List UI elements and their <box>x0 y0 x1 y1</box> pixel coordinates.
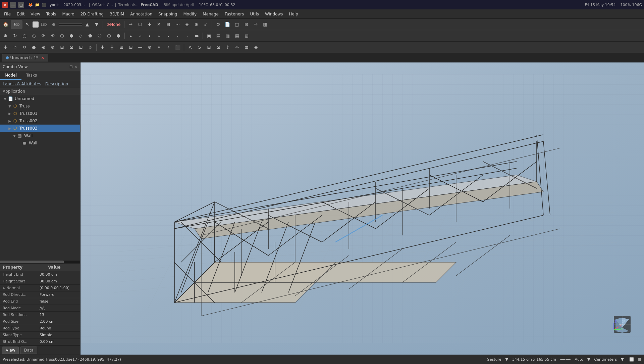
prop-rod-sections-value[interactable]: 13 <box>37 312 80 318</box>
menu-3d-bim[interactable]: 3D/BIM <box>107 11 127 17</box>
tb3-icon-4[interactable]: ● <box>30 43 38 52</box>
menu-file[interactable]: File <box>1 11 13 17</box>
tb3-icon-1[interactable]: ✚ <box>1 43 10 52</box>
color-btn[interactable] <box>33 21 39 28</box>
view-top-btn[interactable]: Top <box>11 20 22 29</box>
combo-float-icon[interactable]: ⊟ <box>69 64 73 69</box>
prop-slant-type-value[interactable]: Simple <box>37 332 80 338</box>
line-width-btn[interactable]: 1px <box>39 20 49 29</box>
tree-item-truss[interactable]: ▼ ⬡ Truss <box>0 102 80 110</box>
tb3-icon-24[interactable]: ↕ <box>223 43 232 52</box>
no-snap-btn[interactable]: ⊘ None <box>105 20 122 29</box>
tb2-icon-10[interactable]: ⬟ <box>86 32 95 40</box>
tb3-icon-3[interactable]: ↻ <box>20 43 29 52</box>
tb3-icon-23[interactable]: ⊠ <box>214 43 223 52</box>
tb2-icon-17[interactable]: ⬨ <box>155 32 163 40</box>
tb3-icon-12[interactable]: ╋ <box>108 43 116 52</box>
prop-rod-type-value[interactable]: Round <box>37 325 80 332</box>
tb-icon-6[interactable]: ◈ <box>182 20 191 29</box>
tree-item-truss002[interactable]: ▶ ⬡ Truss002 <box>0 117 80 125</box>
h-scrollbar[interactable] <box>0 261 80 263</box>
expand-icon-wall1[interactable]: ▼ <box>12 134 17 138</box>
tb-icon-7[interactable]: ⊕ <box>192 20 201 29</box>
tb2-icon-24[interactable]: ▥ <box>223 32 232 40</box>
tb3-icon-21[interactable]: S <box>195 43 204 52</box>
point-btn[interactable]: ● <box>49 20 58 29</box>
menu-fasteners[interactable]: Fasteners <box>222 11 247 17</box>
down-arrow[interactable]: ▼ <box>92 20 101 29</box>
description-link[interactable]: Description <box>45 82 68 86</box>
tb2-icon-2[interactable]: ↻ <box>11 32 19 40</box>
tb-icon-4[interactable]: ⊞ <box>164 20 172 29</box>
expand-icon-truss[interactable]: ▼ <box>7 104 12 108</box>
nav-dropdown[interactable]: ▼ <box>587 357 590 362</box>
menu-2d-drafting[interactable]: 2D Drafting <box>78 11 107 17</box>
tab-model[interactable]: Model <box>0 71 21 80</box>
gesture-dropdown[interactable]: ▼ <box>505 357 508 362</box>
prop-strut-end-value[interactable]: 0.00 cm <box>37 338 80 345</box>
menu-windows[interactable]: Windows <box>262 11 286 17</box>
tree-item-truss001[interactable]: ▶ ⬡ Truss001 <box>0 110 80 117</box>
tb2-icon-11[interactable]: ⬠ <box>95 32 104 40</box>
menu-macro[interactable]: Macro <box>59 11 77 17</box>
tb-icon-1[interactable]: ⬡ <box>136 20 144 29</box>
prop-height-start-value[interactable]: 30.00 cm <box>37 278 80 285</box>
tb3-icon-25[interactable]: ↔ <box>233 43 241 52</box>
close-btn[interactable]: × <box>2 2 8 8</box>
menu-utils[interactable]: Utils <box>248 11 262 17</box>
tb2-icon-22[interactable]: ▣ <box>205 32 213 40</box>
tb-icon-5[interactable]: ⋯ <box>173 20 182 29</box>
tb3-icon-8[interactable]: ⊠ <box>67 43 76 52</box>
menu-edit[interactable]: Edit <box>14 11 27 17</box>
prop-height-end-value[interactable]: 30.00 cm <box>37 271 80 278</box>
tb2-icon-18[interactable]: ⬩ <box>164 32 173 40</box>
up-arrow[interactable]: ▲ <box>83 20 92 29</box>
menu-snapping[interactable]: Snapping <box>156 11 180 17</box>
tb2-icon-14[interactable]: ⬥ <box>126 32 135 40</box>
tb3-icon-15[interactable]: — <box>136 43 145 52</box>
prop-rod-mode-value[interactable]: /\/\ <box>37 305 80 312</box>
tb3-icon-7[interactable]: ⊞ <box>58 43 66 52</box>
menu-modify[interactable]: Modify <box>180 11 199 17</box>
tree-item-wall2[interactable]: ▦ Wall <box>0 139 80 147</box>
menu-help[interactable]: Help <box>286 11 301 17</box>
normal-expand-icon[interactable]: ▶ <box>3 286 5 290</box>
tb2-icon-1[interactable]: ✱ <box>1 32 10 40</box>
tb2-icon-15[interactable]: ⬦ <box>136 32 145 40</box>
min-btn[interactable]: — <box>10 2 16 8</box>
tb2-icon-3[interactable]: ○ <box>20 32 29 40</box>
tb-icon-11[interactable]: □ <box>232 20 241 29</box>
value-input[interactable] <box>59 24 82 26</box>
tb3-icon-27[interactable]: ◈ <box>252 43 260 52</box>
expand-icon-unnamed[interactable]: ▼ <box>3 97 7 101</box>
tb2-icon-5[interactable]: ⟳ <box>39 32 48 40</box>
tb2-icon-13[interactable]: ⬢ <box>114 32 123 40</box>
tb3-icon-26[interactable]: ▦ <box>242 43 251 52</box>
file-tab-close[interactable]: × <box>41 55 45 60</box>
gesture-label[interactable]: Gesture <box>487 357 501 362</box>
tree-item-unnamed[interactable]: ▼ 📄 Unnamed <box>0 95 80 102</box>
tb3-icon-20[interactable]: A <box>186 43 195 52</box>
tb-icon-10[interactable]: 📄 <box>223 20 232 29</box>
tb3-icon-22[interactable]: ⊞ <box>205 43 213 52</box>
tb2-icon-12[interactable]: ⬡ <box>105 32 113 40</box>
tb2-icon-7[interactable]: ⬡ <box>58 32 66 40</box>
tb2-icon-19[interactable]: ⬪ <box>173 32 182 40</box>
max-btn[interactable]: □ <box>18 2 24 8</box>
expand-icon-truss003[interactable]: ▶ <box>7 127 12 130</box>
tb3-icon-19[interactable]: ⬛ <box>173 43 182 52</box>
tb3-icon-17[interactable]: ✦ <box>155 43 163 52</box>
view-icon[interactable]: ⬜ <box>629 357 634 362</box>
tb-icon-13[interactable]: ⇒ <box>251 20 260 29</box>
menu-annotation[interactable]: Annotation <box>127 11 155 17</box>
snap-arrow[interactable]: → <box>126 20 135 29</box>
tb3-icon-10[interactable]: ⌾ <box>86 43 95 52</box>
prop-rod-direc-value[interactable]: Forward <box>37 291 80 298</box>
tb3-icon-2[interactable]: ↺ <box>11 43 19 52</box>
combo-close-icon[interactable]: × <box>74 64 77 69</box>
tab-tasks[interactable]: Tasks <box>21 71 42 80</box>
tb2-icon-4[interactable]: ◷ <box>30 32 38 40</box>
labels-attrs-link[interactable]: Labels & Attributes <box>3 82 41 86</box>
tb3-icon-18[interactable]: ✧ <box>164 43 173 52</box>
tree-item-wall1[interactable]: ▼ ▦ Wall <box>0 132 80 139</box>
